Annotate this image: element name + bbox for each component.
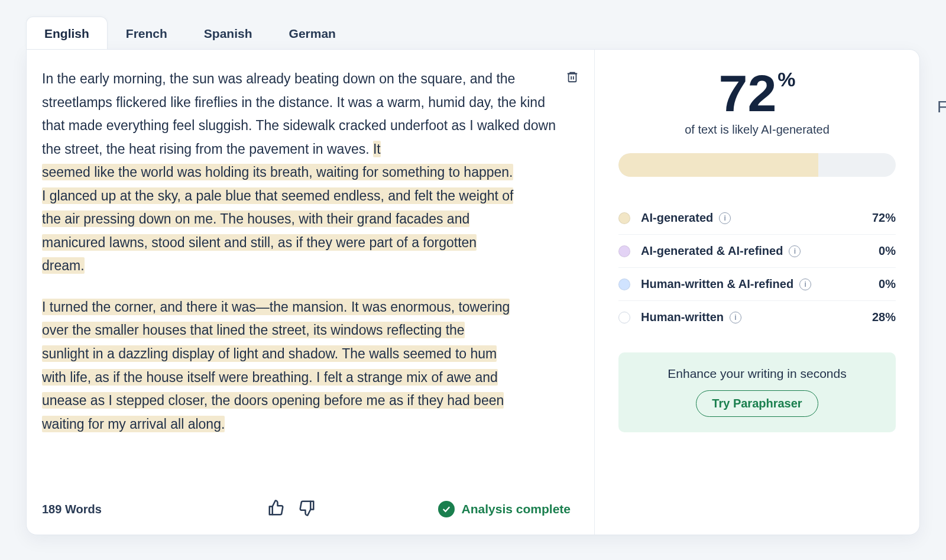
legend-dot <box>618 312 630 323</box>
try-paraphraser-button[interactable]: Try Paraphraser <box>696 390 818 417</box>
legend-dot <box>618 212 630 224</box>
text-hl: It <box>373 141 381 157</box>
legend-row: Human-written & AI-refinedi0% <box>618 268 896 301</box>
svg-rect-0 <box>569 74 576 82</box>
score-bar-fill <box>618 153 818 177</box>
analysis-text[interactable]: In the early morning, the sun was alread… <box>42 67 556 436</box>
legend-value: 28% <box>872 310 896 324</box>
legend-value: 0% <box>879 244 896 258</box>
check-icon <box>438 501 455 517</box>
text-hl: manicured lawns, stood silent and still,… <box>42 234 477 251</box>
tab-english[interactable]: English <box>26 17 108 49</box>
analysis-status: Analysis complete <box>438 501 571 517</box>
score-percent-sign: % <box>777 68 795 90</box>
feedback-controls <box>267 499 316 519</box>
score-subtitle: of text is likely AI-generated <box>618 123 896 137</box>
text-hl: I glanced up at the sky, a pale blue tha… <box>42 187 513 204</box>
score-block: 72% of text is likely AI-generated <box>618 67 896 137</box>
language-tabs: English French Spanish German <box>26 17 920 49</box>
text-hl: with life, as if the house itself were b… <box>42 369 498 386</box>
editor-pane: In the early morning, the sun was alread… <box>27 50 594 535</box>
score-legend: AI-generatedi72%AI-generated & AI-refine… <box>618 202 896 334</box>
text-hl: waiting for my arrival all along. <box>42 416 225 432</box>
text-hl: I turned the corner, and there it was—th… <box>42 299 510 315</box>
info-icon[interactable]: i <box>730 312 741 323</box>
text-hl: sunlight in a dazzling display of light … <box>42 345 497 362</box>
legend-label: AI-generated <box>641 211 713 225</box>
legend-value: 0% <box>879 277 896 291</box>
legend-row: AI-generatedi72% <box>618 202 896 235</box>
tab-spanish[interactable]: Spanish <box>186 17 271 49</box>
info-icon[interactable]: i <box>789 245 801 257</box>
text-hl: seemed like the world was holding its br… <box>42 164 513 180</box>
legend-value: 72% <box>872 211 896 225</box>
score-value: 72 <box>718 67 776 119</box>
score-bar <box>618 153 896 177</box>
editor-footer: 189 Words Analysis complete <box>42 481 571 519</box>
word-count: 189 Words <box>42 503 102 516</box>
legend-row: Human-writteni28% <box>618 301 896 334</box>
results-pane: 72% of text is likely AI-generated AI-ge… <box>595 50 919 535</box>
trash-icon[interactable] <box>566 70 579 86</box>
legend-label: AI-generated & AI-refined <box>641 244 783 258</box>
info-icon[interactable]: i <box>799 279 811 290</box>
tab-german[interactable]: German <box>271 17 354 49</box>
legend-row: AI-generated & AI-refinedi0% <box>618 235 896 268</box>
main-card: In the early morning, the sun was alread… <box>26 49 920 535</box>
paraphraser-cta: Enhance your writing in seconds Try Para… <box>618 352 896 432</box>
cta-text: Enhance your writing in seconds <box>630 367 884 381</box>
legend-label: Human-written & AI-refined <box>641 277 793 291</box>
text-hl: the air pressing down on me. The houses,… <box>42 211 469 227</box>
status-text: Analysis complete <box>462 502 571 516</box>
tab-french[interactable]: French <box>108 17 186 49</box>
text-plain: In the early morning, the sun was alread… <box>42 71 556 157</box>
thumbs-down-icon[interactable] <box>298 499 316 519</box>
legend-dot <box>618 279 630 290</box>
text-hl: dream. <box>42 257 85 274</box>
offscreen-letter: F <box>937 98 946 116</box>
text-hl: over the smaller houses that lined the s… <box>42 322 465 338</box>
legend-dot <box>618 245 630 257</box>
thumbs-up-icon[interactable] <box>267 499 285 519</box>
text-hl: unease as I stepped closer, the doors op… <box>42 392 504 409</box>
legend-label: Human-written <box>641 310 724 324</box>
info-icon[interactable]: i <box>719 212 731 224</box>
